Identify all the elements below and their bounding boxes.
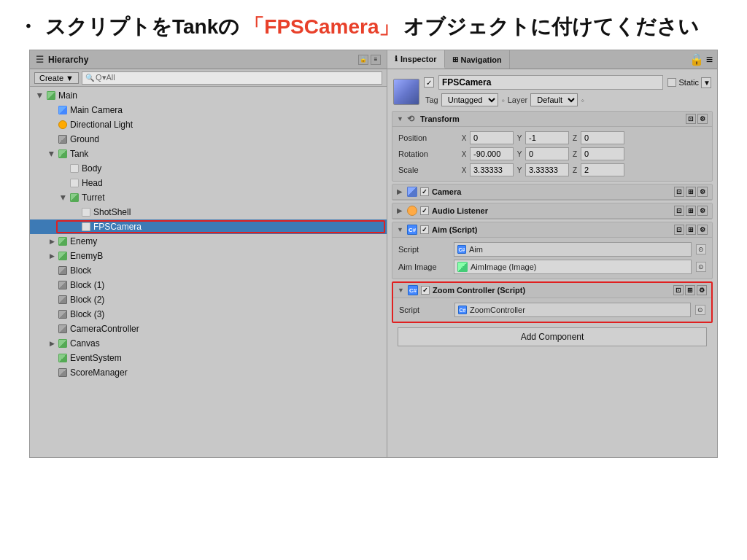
zoom-checkbox[interactable]: ✓: [421, 286, 430, 295]
zoom-picker-btn[interactable]: ⊙: [695, 305, 705, 315]
hierarchy-item-block3[interactable]: Block (3): [30, 307, 387, 322]
hierarchy-icon: ☰: [36, 55, 44, 65]
hierarchy-item-enemy[interactable]: ▶ Enemy: [30, 234, 387, 249]
position-x-field[interactable]: [470, 131, 514, 144]
aim-fold-icon: ▼: [397, 226, 404, 233]
hierarchy-item-ground[interactable]: Ground: [30, 132, 387, 147]
rotation-y-field[interactable]: [525, 147, 569, 160]
gameobj-icon: [69, 192, 80, 203]
transform-settings-btn[interactable]: ⚙: [697, 114, 708, 124]
hierarchy-toolbar: Create ▼ 🔍 Q▾All: [30, 69, 387, 87]
hierarchy-item-main[interactable]: ▶ Main: [30, 88, 387, 103]
scale-z-field[interactable]: [581, 163, 624, 176]
hierarchy-item-fpscamera[interactable]: FPSCamera: [30, 219, 387, 234]
z-label: Z: [570, 134, 579, 142]
hierarchy-item-body[interactable]: Body: [30, 161, 387, 176]
hierarchy-item-event-system[interactable]: EventSystem: [30, 351, 387, 365]
hierarchy-item-block2[interactable]: Block (2): [30, 292, 387, 307]
zoom-script-field[interactable]: C# ZoomController: [454, 303, 691, 317]
zoom-controller-header[interactable]: ▼ C# ✓ Zoom Controller (Script) ⊡ ⊞ ⚙: [393, 283, 711, 298]
position-y-field[interactable]: [525, 131, 569, 144]
transform-component: ▼ Transform ⊡ ⚙ Position X: [392, 111, 713, 182]
audio-ref-btn[interactable]: ⊡: [674, 206, 684, 216]
hierarchy-lock-btn[interactable]: 🔒: [358, 55, 368, 65]
audio-checkbox[interactable]: ✓: [420, 206, 429, 215]
hierarchy-item-camera-controller[interactable]: CameraController: [30, 322, 387, 336]
inspector-menu-btn[interactable]: ≡: [706, 53, 713, 66]
hierarchy-item-directional-light[interactable]: Directional Light: [30, 117, 387, 132]
camera-comp-header[interactable]: ▶ ✓ Camera ⊡ ⊞ ⚙: [392, 184, 712, 200]
hierarchy-header: ☰ Hierarchy 🔒 ≡: [30, 50, 387, 69]
hierarchy-item-head[interactable]: Head: [30, 176, 387, 190]
hierarchy-item-block[interactable]: Block: [30, 263, 387, 278]
arrow-placeholder: [47, 281, 56, 289]
static-dropdown[interactable]: ▼: [701, 77, 711, 88]
camera-checkbox[interactable]: ✓: [420, 187, 429, 196]
scale-x-field[interactable]: [470, 163, 514, 176]
aim-snap-btn[interactable]: ⊞: [686, 225, 696, 235]
add-component-button[interactable]: Add Component: [398, 327, 707, 346]
position-z-field[interactable]: [581, 131, 624, 144]
item-label: Main: [58, 90, 77, 101]
object-enabled-checkbox[interactable]: ✓: [424, 77, 434, 88]
camera-settings-btn[interactable]: ⚙: [697, 187, 708, 197]
zoom-snap-btn[interactable]: ⊞: [685, 285, 695, 295]
tab-navigation[interactable]: ⊞ Navigation: [445, 50, 510, 69]
hierarchy-item-turret[interactable]: ▶ Turret: [30, 190, 387, 205]
layer-select[interactable]: Default: [530, 93, 578, 106]
transform-header[interactable]: ▼ Transform ⊡ ⚙: [392, 112, 712, 127]
item-label: Directional Light: [70, 120, 133, 130]
hierarchy-panel: ☰ Hierarchy 🔒 ≡ Create ▼ 🔍 Q▾All ▶ Main: [30, 50, 387, 457]
inspector-lock-btn[interactable]: 🔒: [689, 52, 704, 66]
arrow-placeholder: [71, 208, 80, 217]
aim-script-row: Script C# Aim ⊙: [398, 241, 706, 258]
rotation-z-field[interactable]: [581, 147, 624, 160]
script-picker-btn[interactable]: ⊙: [696, 244, 706, 254]
rotation-x-field[interactable]: [470, 147, 514, 160]
image-picker-btn[interactable]: ⊙: [696, 262, 706, 272]
aim-checkbox[interactable]: ✓: [420, 225, 429, 234]
tag-label: Tag: [425, 96, 438, 104]
audio-listener-header[interactable]: ▶ ✓ Audio Listener ⊡ ⊞ ⚙: [392, 203, 712, 219]
scale-y-field[interactable]: [525, 163, 569, 176]
cube-icon: [81, 207, 91, 217]
arrow-placeholder: [47, 135, 56, 144]
hierarchy-item-canvas[interactable]: ▶ Canvas: [30, 336, 387, 351]
arrow-placeholder: [71, 222, 80, 231]
zoom-ref-btn[interactable]: ⊡: [673, 285, 684, 295]
aim-script-header[interactable]: ▼ C# ✓ Aim (Script) ⊡ ⊞ ⚙: [392, 222, 712, 238]
hierarchy-item-main-camera[interactable]: Main Camera: [30, 103, 387, 117]
tab-inspector[interactable]: ℹ Inspector: [387, 50, 445, 69]
aim-image-field[interactable]: AimImage (Image): [454, 260, 692, 274]
camera-snap-btn[interactable]: ⊞: [686, 187, 696, 197]
item-label: EventSystem: [70, 353, 122, 363]
object-name-field[interactable]: FPSCamera: [438, 75, 663, 90]
aim-ref-btn[interactable]: ⊡: [674, 225, 684, 235]
hierarchy-search[interactable]: 🔍 Q▾All: [82, 71, 382, 85]
static-checkbox[interactable]: [667, 78, 676, 87]
hierarchy-item-score-manager[interactable]: ScoreManager: [30, 365, 387, 380]
create-button[interactable]: Create ▼: [34, 72, 79, 84]
hierarchy-menu-btn[interactable]: ≡: [371, 55, 381, 65]
hierarchy-item-enemyb[interactable]: ▶ EnemyB: [30, 249, 387, 263]
tag-select[interactable]: Untagged: [441, 93, 498, 106]
audio-snap-btn[interactable]: ⊞: [686, 206, 696, 216]
camera-ref-btn[interactable]: ⊡: [674, 187, 684, 197]
hierarchy-item-tank[interactable]: ▶ Tank: [30, 147, 387, 161]
arrow-placeholder: [47, 354, 56, 362]
zoom-script-row: Script C# ZoomController ⊙: [399, 301, 705, 319]
hierarchy-item-block1[interactable]: Block (1): [30, 278, 387, 292]
object-thumbnail: [393, 79, 419, 105]
audio-settings-btn[interactable]: ⚙: [697, 206, 708, 216]
transform-icon: [407, 114, 417, 124]
hierarchy-item-shotshell[interactable]: ShotShell: [30, 205, 387, 219]
zoom-settings-btn[interactable]: ⚙: [697, 285, 707, 295]
arrow-icon: ▶: [47, 339, 56, 348]
y-label: Y: [515, 134, 524, 142]
y-label: Y: [515, 150, 524, 158]
aim-settings-btn[interactable]: ⚙: [697, 225, 708, 235]
transform-ref-btn[interactable]: ⊡: [686, 114, 696, 124]
item-label: Block (3): [70, 309, 104, 319]
script-field[interactable]: C# Aim: [454, 242, 692, 257]
camera-buttons: ⊡ ⊞ ⚙: [674, 187, 708, 197]
